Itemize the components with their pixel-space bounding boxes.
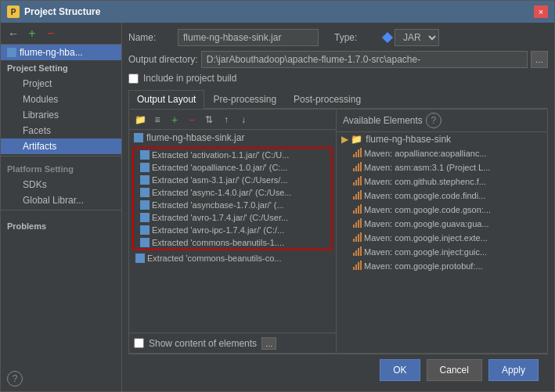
available-item-label-5: Maven: com.google.guava:gua... bbox=[364, 219, 489, 228]
tab-output-layout[interactable]: Output Layout bbox=[128, 90, 204, 109]
svg-rect-1 bbox=[355, 152, 357, 157]
sidebar-item-sdks[interactable]: SDKs bbox=[1, 177, 121, 192]
extracted-jar-icon bbox=[140, 175, 150, 185]
svg-rect-17 bbox=[355, 208, 357, 214]
problems-section[interactable]: Problems bbox=[1, 218, 121, 234]
sidebar-item-project[interactable]: Project bbox=[1, 76, 121, 92]
available-header-label: Available Elements bbox=[343, 115, 423, 126]
list-item[interactable]: Maven: com.google.protobuf:... bbox=[337, 259, 547, 273]
list-item[interactable]: Maven: asm:asm:3.1 (Project L... bbox=[337, 160, 547, 174]
artifact-root-item[interactable]: flume-ng-hbase-sink.jar bbox=[129, 130, 336, 146]
title-bar: P Project Structure × bbox=[1, 1, 554, 23]
tab-pre-processing[interactable]: Pre-processing bbox=[204, 90, 285, 108]
sidebar-item-artifacts[interactable]: Artifacts bbox=[1, 138, 121, 154]
svg-rect-29 bbox=[355, 250, 357, 256]
list-item[interactable]: Extracted 'aopalliance-1.0.jar/' (C:... bbox=[134, 161, 331, 174]
selected-artifact[interactable]: flume-ng-hba... bbox=[1, 45, 121, 60]
ok-button[interactable]: OK bbox=[380, 359, 420, 381]
sidebar-item-facets[interactable]: Facets bbox=[1, 123, 121, 138]
artifact-tree-content: flume-ng-hbase-sink.jar Extracted 'activ… bbox=[129, 130, 336, 333]
svg-rect-16 bbox=[353, 210, 355, 214]
maven-bars-icon bbox=[352, 148, 362, 159]
window-title: Project Structure bbox=[24, 6, 534, 17]
show-content-dots-btn[interactable]: ... bbox=[261, 337, 276, 350]
list-item[interactable]: Extracted 'avro-1.7.4.jar/' (C:/User... bbox=[134, 211, 331, 224]
help-button[interactable]: ? bbox=[7, 371, 23, 387]
sidebar-item-global-libraries[interactable]: Global Librar... bbox=[1, 192, 121, 208]
extracted-jar-icon bbox=[135, 254, 145, 263]
close-button[interactable]: × bbox=[534, 5, 548, 18]
sidebar-item-libraries[interactable]: Libraries bbox=[1, 107, 121, 123]
extracted-label-5: Extracted 'avro-1.7.4.jar/' (C:/User... bbox=[152, 213, 288, 222]
svg-rect-18 bbox=[358, 206, 359, 214]
extracted-jar-icon bbox=[140, 188, 150, 197]
extracted-jar-icon bbox=[140, 225, 150, 235]
tab-post-processing[interactable]: Post-processing bbox=[285, 90, 369, 108]
artifact-folder-btn[interactable]: 📁 bbox=[132, 112, 148, 128]
list-item[interactable]: Maven: com.github.stephenc.f... bbox=[337, 174, 547, 189]
available-help-button[interactable]: ? bbox=[426, 113, 441, 128]
name-input[interactable] bbox=[178, 29, 319, 46]
extracted-label-0: Extracted 'activation-1.1.jar/' (C:/U... bbox=[152, 150, 289, 160]
project-settings-header: Project Setting bbox=[1, 60, 121, 76]
list-item[interactable]: Extracted 'asyncbase-1.7.0.jar/' (... bbox=[134, 199, 331, 211]
svg-rect-31 bbox=[360, 246, 362, 256]
sidebar-remove-button[interactable]: − bbox=[43, 26, 59, 41]
available-elements-header: Available Elements ? bbox=[337, 110, 547, 132]
maven-bars-icon bbox=[352, 246, 362, 257]
apply-button[interactable]: Apply bbox=[488, 359, 539, 381]
sidebar-item-modules[interactable]: Modules bbox=[1, 92, 121, 107]
available-content: ▶ 📁 flume-ng-hbase-sink Maven: aopallian… bbox=[337, 132, 547, 353]
available-group-label: flume-ng-hbase-sink bbox=[366, 134, 451, 145]
list-item[interactable]: Maven: com.google.guava:gua... bbox=[337, 217, 547, 231]
available-item-label-3: Maven: com.google.code.findi... bbox=[364, 191, 485, 200]
svg-rect-13 bbox=[355, 194, 357, 200]
extracted-jar-icon bbox=[140, 213, 150, 222]
type-select[interactable]: JAR bbox=[395, 29, 439, 46]
list-item[interactable]: Maven: com.google.inject.exte... bbox=[337, 231, 547, 245]
svg-rect-7 bbox=[360, 162, 362, 171]
output-dir-browse-button[interactable]: … bbox=[531, 51, 548, 68]
output-dir-row: Output directory: … bbox=[128, 51, 548, 68]
list-item[interactable]: Maven: com.google.inject:guic... bbox=[337, 245, 547, 259]
artifact-root-label: flume-ng-hbase-sink.jar bbox=[146, 132, 244, 143]
list-item[interactable]: Extracted 'commons-beanutils-1.... bbox=[134, 236, 331, 249]
artifact-down-btn[interactable]: ↓ bbox=[236, 112, 251, 128]
list-item[interactable]: Extracted 'async-1.4.0.jar/' (C:/Use... bbox=[134, 186, 331, 199]
project-structure-dialog: P Project Structure × ← + − flume-ng-hba… bbox=[0, 0, 555, 392]
artifact-toolbar: 📁 ≡ + − ⇅ ↑ ↓ bbox=[129, 110, 336, 130]
selected-artifact-label: flume-ng-hba... bbox=[20, 47, 83, 58]
svg-rect-3 bbox=[360, 148, 362, 157]
sidebar-back-button[interactable]: ← bbox=[5, 26, 21, 41]
artifact-remove-btn[interactable]: − bbox=[184, 112, 200, 128]
svg-rect-19 bbox=[360, 204, 362, 214]
include-checkbox-row: Include in project build bbox=[128, 73, 548, 84]
list-item[interactable]: Maven: com.google.code.findi... bbox=[337, 189, 547, 203]
sidebar-add-button[interactable]: + bbox=[24, 26, 40, 41]
output-dir-input[interactable] bbox=[201, 51, 528, 68]
list-item[interactable]: Extracted 'activation-1.1.jar/' (C:/U... bbox=[134, 149, 331, 161]
artifact-sort-btn[interactable]: ⇅ bbox=[201, 112, 217, 128]
available-group-item[interactable]: ▶ 📁 flume-ng-hbase-sink bbox=[337, 132, 547, 146]
show-content-checkbox[interactable] bbox=[134, 338, 144, 348]
maven-bars-icon bbox=[352, 162, 362, 173]
list-item-more[interactable]: Extracted 'commons-beanutils-co... bbox=[129, 252, 336, 264]
type-value: JAR bbox=[384, 29, 439, 46]
svg-rect-24 bbox=[353, 239, 355, 242]
svg-rect-35 bbox=[360, 261, 362, 270]
list-item[interactable]: Extracted 'avro-ipc-1.7.4.jar/' (C:/... bbox=[134, 224, 331, 236]
artifact-add-btn[interactable]: + bbox=[167, 112, 182, 128]
artifact-list-btn[interactable]: ≡ bbox=[150, 112, 165, 128]
available-item-label-7: Maven: com.google.inject:guic... bbox=[364, 247, 487, 257]
list-item[interactable]: Maven: aopalliance:aopallianc... bbox=[337, 146, 547, 160]
svg-rect-26 bbox=[358, 234, 359, 242]
maven-bars-icon bbox=[352, 190, 362, 201]
list-item[interactable]: Maven: com.google.code.gson:... bbox=[337, 203, 547, 217]
available-item-label-0: Maven: aopalliance:aopallianc... bbox=[364, 149, 487, 158]
cancel-button[interactable]: Cancel bbox=[427, 359, 482, 381]
more-extracted-label: Extracted 'commons-beanutils-co... bbox=[147, 254, 281, 263]
include-checkbox[interactable] bbox=[128, 74, 139, 84]
artifact-up-btn[interactable]: ↑ bbox=[218, 112, 234, 128]
list-item[interactable]: Extracted 'asm-3.1.jar/' (C:/Users/... bbox=[134, 174, 331, 186]
bottom-bar: OK Cancel Apply bbox=[128, 354, 548, 385]
